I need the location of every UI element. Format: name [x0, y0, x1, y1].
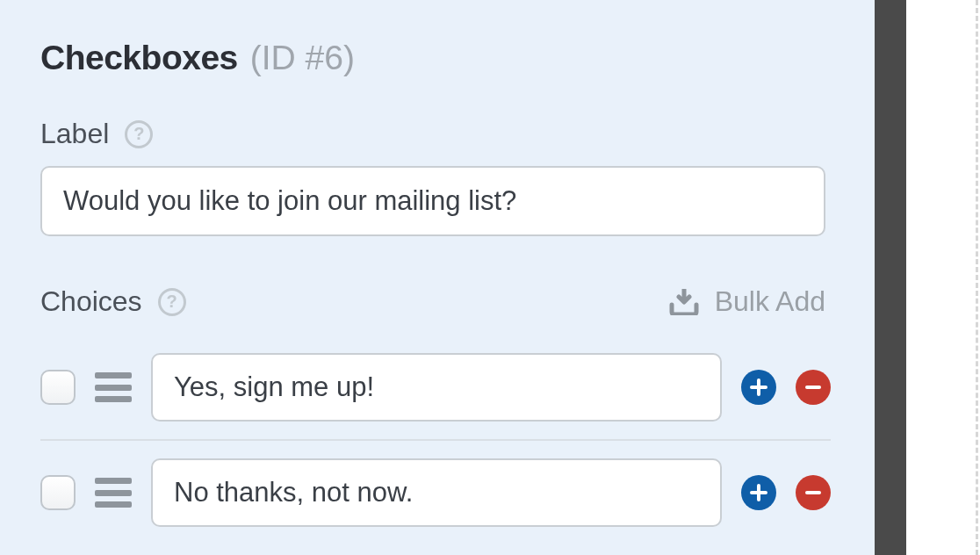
bulk-add-button[interactable]: Bulk Add [669, 285, 825, 318]
label-input[interactable] [40, 166, 825, 236]
field-settings-panel: Checkboxes (ID #6) Label ? Choices ? Bul… [0, 0, 875, 555]
help-icon[interactable]: ? [158, 288, 186, 316]
dashed-border [976, 0, 978, 555]
bulk-add-label: Bulk Add [715, 285, 825, 318]
right-gutter [906, 0, 980, 555]
label-header-row: Label ? [40, 118, 834, 150]
add-choice-button[interactable] [741, 370, 776, 405]
field-id-label: (ID #6) [250, 39, 355, 77]
remove-choice-button[interactable] [796, 475, 831, 510]
choice-divider [40, 439, 831, 441]
drag-handle-icon[interactable] [95, 372, 132, 402]
choice-label-input[interactable] [151, 353, 722, 422]
drag-handle-icon[interactable] [95, 478, 132, 508]
choice-label-input[interactable] [151, 458, 722, 527]
choice-row [40, 341, 831, 434]
help-icon[interactable]: ? [125, 120, 153, 148]
remove-choice-button[interactable] [796, 370, 831, 405]
scrollbar[interactable] [875, 0, 906, 555]
download-icon [669, 289, 699, 315]
label-heading: Label [40, 118, 109, 150]
choice-row [40, 446, 831, 539]
add-choice-button[interactable] [741, 475, 776, 510]
field-type-label: Checkboxes [40, 39, 238, 77]
field-title-row: Checkboxes (ID #6) [40, 39, 834, 77]
choices-header-row: Choices ? Bulk Add [40, 285, 825, 318]
choice-default-checkbox[interactable] [40, 370, 76, 405]
choice-default-checkbox[interactable] [40, 475, 76, 510]
choices-heading: Choices [40, 285, 142, 318]
